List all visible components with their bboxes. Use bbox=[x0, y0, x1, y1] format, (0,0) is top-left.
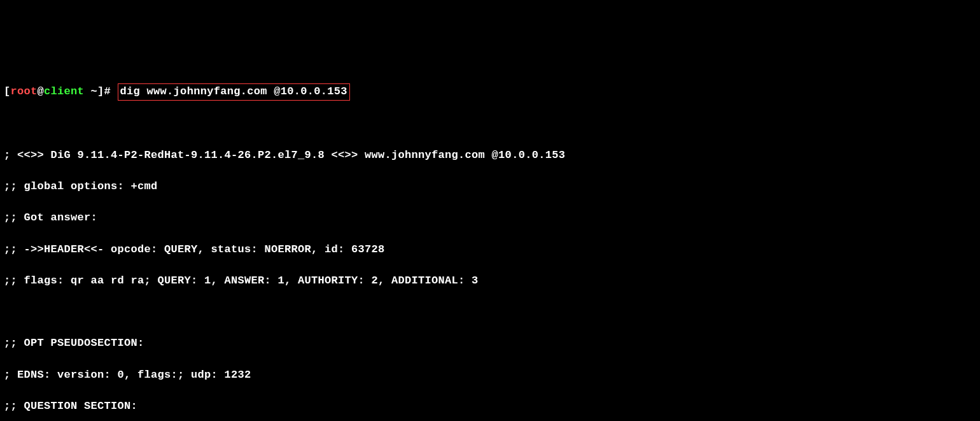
blank-line bbox=[4, 304, 976, 320]
opt-pseudosection-header: ;; OPT PSEUDOSECTION: bbox=[4, 336, 976, 352]
command-highlight: dig www.johnnyfang.com @10.0.0.153 bbox=[118, 83, 350, 101]
prompt-close-bracket: ] bbox=[97, 85, 104, 97]
dig-version-line: ; <<>> DiG 9.11.4-P2-RedHat-9.11.4-26.P2… bbox=[4, 148, 976, 164]
global-options-line: ;; global options: +cmd bbox=[4, 179, 976, 195]
prompt-path: ~ bbox=[84, 85, 97, 97]
question-section-header: ;; QUESTION SECTION: bbox=[4, 399, 976, 415]
header-line: ;; ->>HEADER<<- opcode: QUERY, status: N… bbox=[4, 242, 976, 258]
prompt-open-bracket: [ bbox=[4, 85, 11, 97]
prompt-host: client bbox=[44, 85, 84, 97]
got-answer-line: ;; Got answer: bbox=[4, 210, 976, 226]
command-text: dig www.johnnyfang.com @10.0.0.153 bbox=[120, 85, 347, 97]
edns-line: ; EDNS: version: 0, flags:; udp: 1232 bbox=[4, 367, 976, 383]
prompt-at: @ bbox=[38, 85, 45, 97]
prompt-hash: # bbox=[104, 85, 118, 97]
prompt-user: root bbox=[11, 85, 38, 97]
prompt-line[interactable]: [root@client ~]# dig www.johnnyfang.com … bbox=[4, 83, 976, 101]
flags-line: ;; flags: qr aa rd ra; QUERY: 1, ANSWER:… bbox=[4, 273, 976, 289]
blank-line bbox=[4, 116, 976, 132]
terminal-output: [root@client ~]# dig www.johnnyfang.com … bbox=[4, 68, 976, 421]
